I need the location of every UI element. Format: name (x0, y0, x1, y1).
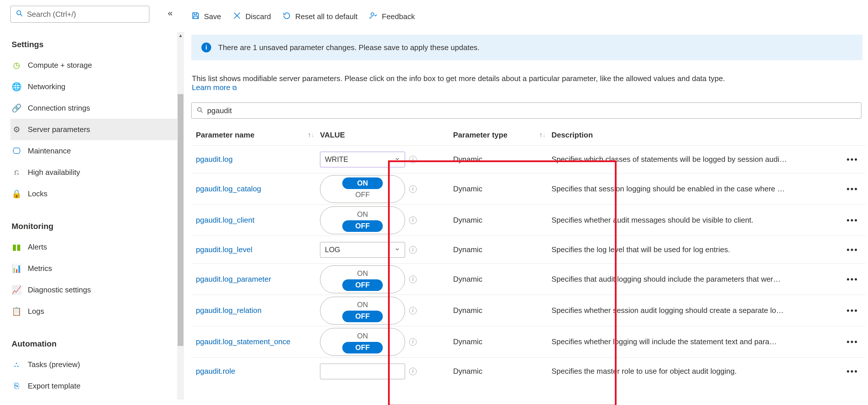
sidebar-item-metrics[interactable]: 📊Metrics (10, 258, 181, 279)
info-icon[interactable]: i (409, 276, 416, 283)
metrics-icon: 📊 (11, 263, 22, 273)
info-icon[interactable]: i (409, 246, 416, 254)
col-value: VALUE (320, 131, 453, 140)
sidebar-item-maintenance[interactable]: 🖵Maintenance (10, 140, 181, 162)
info-icon[interactable]: i (409, 307, 416, 314)
banner-text: There are 1 unsaved parameter changes. P… (218, 43, 479, 52)
unsaved-changes-banner: i There are 1 unsaved parameter changes.… (191, 35, 863, 60)
save-button[interactable]: Save (191, 11, 221, 22)
row-menu-button[interactable]: ••• (844, 367, 861, 376)
row-menu-button[interactable]: ••• (844, 245, 861, 255)
row-menu-button[interactable]: ••• (844, 154, 861, 165)
sidebar-collapse[interactable]: « (168, 8, 173, 18)
table-row: pgaudit.log_parameterONOFFiDynamicSpecif… (191, 263, 865, 295)
col-value-label: VALUE (320, 131, 345, 139)
sidebar-item-networking[interactable]: 🌐Networking (10, 76, 181, 97)
value-textbox[interactable] (320, 364, 405, 379)
sidebar-item-high-availability[interactable]: ⎌High availability (10, 162, 181, 183)
parameter-description: Specifies whether logging will include t… (552, 337, 844, 346)
sidebar-item-connection-strings[interactable]: 🔗Connection strings (10, 97, 181, 119)
parameter-name-link[interactable]: pgaudit.role (196, 367, 235, 376)
networking-icon: 🌐 (11, 82, 22, 91)
parameter-type: Dynamic (453, 216, 552, 225)
sidebar-item-locks[interactable]: 🔒Locks (10, 183, 181, 204)
parameter-name-link[interactable]: pgaudit.log_relation (196, 306, 261, 315)
sidebar-item-logs[interactable]: 📋Logs (10, 300, 181, 322)
info-icon[interactable]: i (409, 216, 416, 224)
parameter-name-link[interactable]: pgaudit.log_catalog (196, 184, 261, 193)
sidebar-item-export-template[interactable]: ⎘Export template (10, 375, 181, 397)
reset-icon (282, 11, 291, 22)
sidebar-search[interactable]: Search (Ctrl+/) (10, 6, 149, 23)
table-row: pgaudit.log_relationONOFFiDynamicSpecifi… (191, 295, 865, 326)
discard-button[interactable]: Discard (232, 11, 271, 22)
value-dropdown[interactable]: LOG (320, 242, 405, 258)
value-toggle[interactable]: ONOFF (320, 328, 405, 356)
reset-button[interactable]: Reset all to default (282, 11, 357, 22)
info-icon[interactable]: i (409, 185, 416, 193)
save-label: Save (204, 12, 221, 21)
value-dropdown[interactable]: WRITE (320, 152, 405, 167)
sidebar-item-server-parameters[interactable]: ⚙Server parameters (10, 119, 181, 140)
sidebar-item-tasks-preview-[interactable]: ⛬Tasks (preview) (10, 354, 181, 375)
sidebar-item-alerts[interactable]: ▮▮Alerts (10, 236, 181, 258)
discard-icon (232, 11, 241, 22)
sidebar-item-label: Export template (28, 381, 81, 390)
parameter-name-link[interactable]: pgaudit.log_level (196, 245, 252, 254)
sort-icon[interactable]: ↑↓ (539, 131, 546, 139)
save-icon (191, 11, 200, 22)
info-icon[interactable]: i (409, 368, 416, 375)
sidebar-item-diagnostic-settings[interactable]: 📈Diagnostic settings (10, 279, 181, 300)
sidebar-section-title: Settings (11, 40, 181, 49)
row-menu-button[interactable]: ••• (844, 337, 861, 347)
info-icon[interactable]: i (409, 338, 416, 346)
col-description: Description (552, 131, 844, 140)
parameter-name-link[interactable]: pgaudit.log (196, 155, 232, 164)
value-toggle[interactable]: ONOFF (320, 297, 405, 324)
svg-point-5 (197, 107, 202, 111)
parameter-name-link[interactable]: pgaudit.log_parameter (196, 275, 271, 284)
chevron-down-icon (394, 155, 400, 164)
row-menu-button[interactable]: ••• (844, 274, 861, 284)
sidebar-item-label: Diagnostic settings (28, 285, 91, 294)
parameter-description: Specifies whether session audit logging … (552, 306, 844, 315)
col-type-label: Parameter type (453, 131, 507, 140)
maintenance-icon: 🖵 (11, 146, 22, 156)
col-name-label: Parameter name (196, 131, 254, 140)
parameter-filter-input[interactable]: pgaudit (191, 103, 861, 119)
compute-storage-icon: ◷ (11, 60, 22, 70)
parameter-name-link[interactable]: pgaudit.log_statement_once (196, 337, 290, 346)
sort-icon[interactable]: ↑↓ (308, 131, 314, 139)
row-menu-button[interactable]: ••• (844, 215, 861, 225)
sidebar-item-compute-storage[interactable]: ◷Compute + storage (10, 54, 181, 76)
row-menu-button[interactable]: ••• (844, 306, 861, 316)
sidebar-item-label: Compute + storage (28, 61, 92, 70)
svg-line-6 (201, 111, 203, 112)
feedback-button[interactable]: Feedback (369, 11, 415, 22)
svg-line-1 (20, 14, 22, 16)
export-template-icon: ⎘ (11, 381, 22, 391)
high-availability-icon: ⎌ (11, 167, 22, 177)
col-parameter-type[interactable]: Parameter type ↑↓ (453, 131, 552, 140)
sidebar: Search (Ctrl+/) « ▲ Settings◷Compute + s… (0, 0, 181, 405)
value-toggle[interactable]: ONOFF (320, 206, 405, 234)
tasks-preview--icon: ⛬ (11, 359, 22, 369)
sidebar-search-placeholder: Search (Ctrl+/) (27, 10, 76, 19)
parameters-grid: Parameter name ↑↓ VALUE Parameter type ↑… (191, 124, 865, 385)
table-row: pgaudit.log_statement_onceONOFFiDynamicS… (191, 326, 865, 357)
value-toggle[interactable]: ONOFF (320, 265, 405, 293)
learn-more-link[interactable]: Learn more ⧉ (192, 83, 237, 92)
col-parameter-name[interactable]: Parameter name ↑↓ (191, 131, 320, 140)
discard-label: Discard (245, 12, 271, 21)
sidebar-item-label: Tasks (preview) (28, 360, 80, 369)
row-menu-button[interactable]: ••• (844, 184, 861, 194)
info-icon[interactable]: i (409, 156, 416, 163)
parameter-description: Specifies the master role to use for obj… (552, 367, 844, 376)
table-row: pgaudit.log_levelLOGiDynamicSpecifies th… (191, 236, 865, 263)
sidebar-item-label: High availability (28, 168, 80, 177)
parameter-name-link[interactable]: pgaudit.log_client (196, 216, 254, 225)
value-toggle[interactable]: ONOFF (320, 175, 405, 203)
filter-search-icon (197, 106, 203, 115)
command-bar: Save Discard Reset all to default Feedba… (191, 0, 868, 26)
sidebar-item-label: Connection strings (28, 104, 90, 113)
